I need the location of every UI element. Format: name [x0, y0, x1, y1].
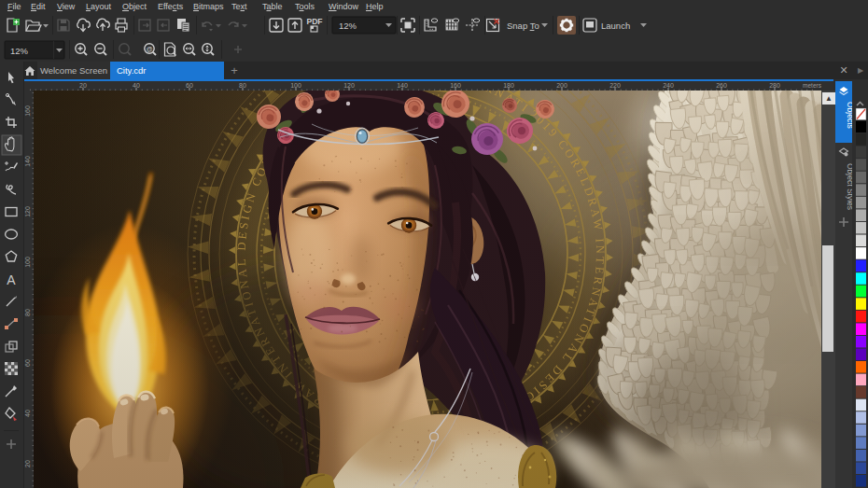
svg-text:40: 40 [24, 410, 31, 417]
svg-text:40: 40 [133, 82, 140, 89]
svg-text:Object Styles: Object Styles [846, 163, 852, 210]
svg-text:A: A [7, 272, 16, 287]
svg-text:80: 80 [24, 309, 31, 316]
svg-text:160: 160 [450, 82, 461, 89]
svg-text:Objects: Objects [846, 102, 852, 129]
svg-text:meters: meters [803, 82, 822, 89]
svg-text:120: 120 [343, 82, 355, 89]
svg-text:12%: 12% [10, 46, 29, 56]
svg-text:20: 20 [79, 82, 87, 89]
svg-text:12%: 12% [339, 21, 357, 31]
svg-text:80: 80 [239, 82, 246, 89]
svg-text:140: 140 [397, 82, 408, 89]
svg-text:120: 120 [24, 206, 31, 217]
svg-text:100: 100 [24, 257, 31, 268]
svg-text:60: 60 [24, 359, 31, 367]
svg-text:@: @ [146, 46, 152, 52]
svg-text:160: 160 [24, 105, 31, 117]
svg-text:140: 140 [24, 156, 31, 167]
svg-text:Launch: Launch [601, 21, 630, 31]
svg-text:260: 260 [716, 82, 727, 89]
svg-text:180: 180 [503, 82, 514, 89]
svg-text:100: 100 [290, 82, 301, 89]
svg-text:200: 200 [556, 82, 567, 89]
svg-text:PDF: PDF [307, 17, 323, 26]
svg-text:60: 60 [186, 82, 193, 89]
svg-text:220: 220 [609, 82, 621, 89]
svg-text:20: 20 [24, 460, 31, 467]
svg-text:Snap To: Snap To [507, 21, 539, 31]
svg-text:280: 280 [769, 82, 780, 89]
svg-text:240: 240 [663, 82, 674, 89]
